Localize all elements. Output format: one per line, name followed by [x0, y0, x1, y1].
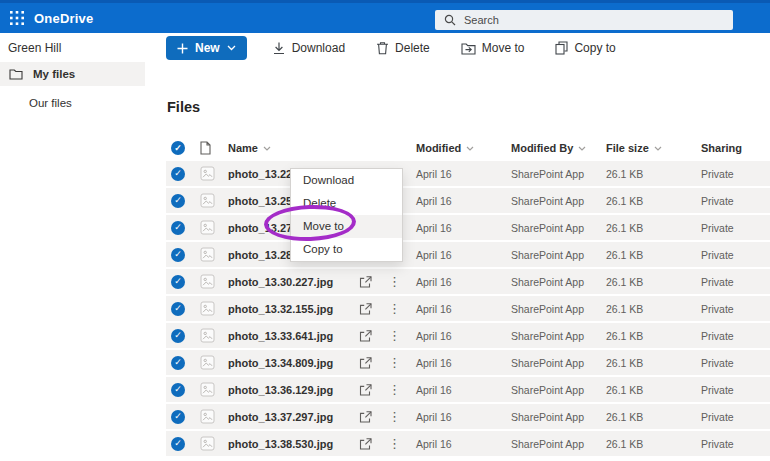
checkbox-checked-icon: ✓ — [171, 275, 185, 289]
more-options-icon[interactable]: ⋮ — [388, 274, 416, 289]
file-name[interactable]: photo_13.34.809.jpg — [228, 357, 358, 369]
row-checkbox[interactable]: ✓ — [166, 194, 200, 208]
modified-by-cell: SharePoint App — [511, 330, 606, 342]
table-row[interactable]: ✓ photo_13.22.44 ⋮ April 16 SharePoint — [166, 161, 770, 186]
menu-item-delete[interactable]: Delete — [291, 192, 402, 215]
row-checkbox[interactable]: ✓ — [166, 221, 200, 235]
checkbox-checked-icon: ✓ — [171, 248, 185, 262]
chevron-down-icon — [227, 45, 236, 51]
new-button-label: New — [195, 41, 220, 55]
table-row[interactable]: ✓ photo_13.30.227.jpg ⋮ April 16 ShareP — [166, 269, 770, 294]
sharing-column-header[interactable]: Sharing — [701, 142, 770, 154]
download-button[interactable]: Download — [266, 40, 351, 56]
copy-to-button[interactable]: Copy to — [549, 40, 621, 56]
file-size-cell: 26.1 KB — [606, 384, 701, 396]
file-name[interactable]: photo_13.36.129.jpg — [228, 384, 358, 396]
share-icon[interactable] — [358, 437, 388, 451]
modified-by-column-header[interactable]: Modified By — [511, 142, 606, 154]
plus-icon — [177, 43, 188, 54]
table-row[interactable]: ✓ photo_13.37.297.jpg ⋮ April 16 ShareP — [166, 404, 770, 429]
modified-cell: April 16 — [416, 195, 511, 207]
modified-cell: April 16 — [416, 168, 511, 180]
table-row[interactable]: ✓ photo_13.25.679 ⋮ April 16 SharePoint — [166, 188, 770, 213]
table-row[interactable]: ✓ photo_13.36.129.jpg ⋮ April 16 ShareP — [166, 377, 770, 402]
app-launcher-icon[interactable] — [0, 3, 34, 33]
modified-by-cell: SharePoint App — [511, 168, 606, 180]
search-input[interactable] — [462, 13, 724, 27]
more-options-icon[interactable]: ⋮ — [388, 301, 416, 316]
modified-cell: April 16 — [416, 330, 511, 342]
file-size-cell: 26.1 KB — [606, 276, 701, 288]
app-title[interactable]: OneDrive — [34, 11, 93, 26]
file-name[interactable]: photo_13.37.297.jpg — [228, 411, 358, 423]
row-checkbox[interactable]: ✓ — [166, 167, 200, 181]
copy-to-label: Copy to — [574, 41, 615, 55]
share-icon[interactable] — [358, 302, 388, 316]
row-checkbox[interactable]: ✓ — [166, 410, 200, 424]
file-size-cell: 26.1 KB — [606, 222, 701, 234]
menu-item-move-to[interactable]: Move to — [291, 215, 402, 238]
sidebar: My files Our files — [0, 62, 160, 115]
file-size-column-header[interactable]: File size — [606, 142, 701, 154]
modified-cell: April 16 — [416, 249, 511, 261]
delete-label: Delete — [395, 41, 430, 55]
more-options-icon[interactable]: ⋮ — [388, 436, 416, 451]
menu-item-copy-to[interactable]: Copy to — [291, 238, 402, 261]
modified-by-cell: SharePoint App — [511, 438, 606, 450]
site-name[interactable]: Green Hill — [8, 41, 61, 55]
modified-by-cell: SharePoint App — [511, 195, 606, 207]
sidebar-item-our-files[interactable]: Our files — [0, 91, 160, 115]
trash-icon — [376, 41, 389, 55]
share-icon[interactable] — [358, 275, 388, 289]
share-icon[interactable] — [358, 356, 388, 370]
file-name[interactable]: photo_13.38.530.jpg — [228, 438, 358, 450]
header-label: Modified By — [511, 142, 573, 154]
row-checkbox[interactable]: ✓ — [166, 329, 200, 343]
row-checkbox[interactable]: ✓ — [166, 248, 200, 262]
row-checkbox[interactable]: ✓ — [166, 302, 200, 316]
file-size-cell: 26.1 KB — [606, 330, 701, 342]
more-options-icon[interactable]: ⋮ — [388, 382, 416, 397]
row-checkbox[interactable]: ✓ — [166, 356, 200, 370]
file-name[interactable]: photo_13.30.227.jpg — [228, 276, 358, 288]
context-menu: Download Delete Move to Copy to — [290, 168, 403, 262]
checkbox-checked-icon: ✓ — [171, 383, 185, 397]
table-row[interactable]: ✓ photo_13.28.889 ⋮ April 16 SharePoint — [166, 242, 770, 267]
file-type-column-header[interactable] — [200, 141, 228, 155]
new-button[interactable]: New — [166, 36, 247, 60]
modified-cell: April 16 — [416, 303, 511, 315]
modified-column-header[interactable]: Modified — [416, 142, 511, 154]
file-name[interactable]: photo_13.32.155.jpg — [228, 303, 358, 315]
sidebar-item-my-files[interactable]: My files — [0, 62, 145, 86]
search-icon — [444, 14, 456, 26]
select-all-checkbox[interactable]: ✓ — [166, 141, 200, 155]
sharing-cell: Private — [701, 276, 770, 288]
sharing-cell: Private — [701, 222, 770, 234]
more-options-icon[interactable]: ⋮ — [388, 328, 416, 343]
share-icon[interactable] — [358, 329, 388, 343]
table-row[interactable]: ✓ photo_13.38.530.jpg ⋮ April 16 ShareP — [166, 431, 770, 456]
more-options-icon[interactable]: ⋮ — [388, 409, 416, 424]
row-checkbox[interactable]: ✓ — [166, 275, 200, 289]
menu-item-download[interactable]: Download — [291, 169, 402, 192]
table-row[interactable]: ✓ photo_13.32.155.jpg ⋮ April 16 ShareP — [166, 296, 770, 321]
table-row[interactable]: ✓ photo_13.34.809.jpg ⋮ April 16 ShareP — [166, 350, 770, 375]
sidebar-item-label: My files — [33, 68, 75, 80]
modified-by-cell: SharePoint App — [511, 411, 606, 423]
header-label: Name — [228, 142, 258, 154]
delete-button[interactable]: Delete — [370, 40, 436, 56]
more-options-icon[interactable]: ⋮ — [388, 355, 416, 370]
sharing-cell: Private — [701, 303, 770, 315]
share-icon[interactable] — [358, 383, 388, 397]
file-size-cell: 26.1 KB — [606, 195, 701, 207]
row-checkbox[interactable]: ✓ — [166, 383, 200, 397]
file-size-cell: 26.1 KB — [606, 411, 701, 423]
checkbox-checked-icon: ✓ — [171, 141, 185, 155]
row-checkbox[interactable]: ✓ — [166, 437, 200, 451]
name-column-header[interactable]: Name — [228, 142, 358, 154]
table-row[interactable]: ✓ photo_13.33.641.jpg ⋮ April 16 ShareP — [166, 323, 770, 348]
share-icon[interactable] — [358, 410, 388, 424]
file-name[interactable]: photo_13.33.641.jpg — [228, 330, 358, 342]
move-to-button[interactable]: Move to — [455, 40, 531, 56]
table-row[interactable]: ✓ photo_13.27.3 ⋮ April 16 SharePoint A — [166, 215, 770, 240]
